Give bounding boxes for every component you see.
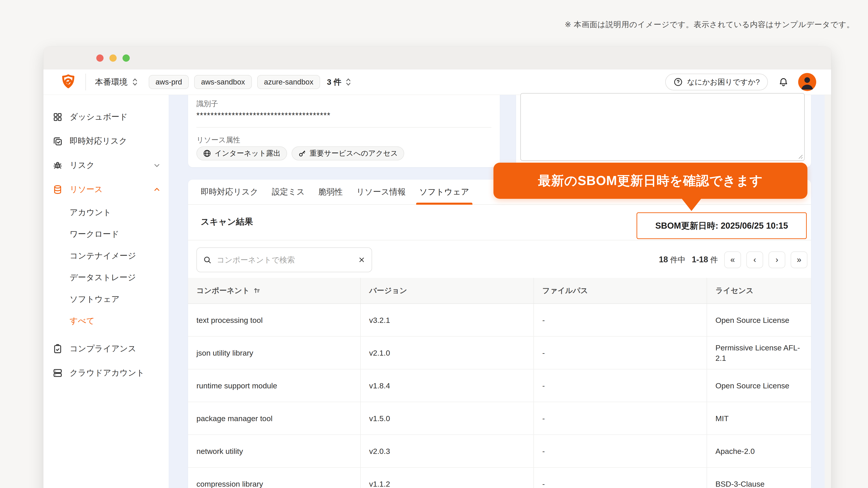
sidebar-subitem-data-storage[interactable]: データストレージ — [43, 267, 168, 288]
previous-page-button[interactable]: ‹ — [746, 252, 763, 268]
app-window: 本番環境 aws-prd aws-sandbox azure-sandbox 3… — [43, 47, 831, 488]
table-row[interactable]: network utility v2.0.3 - Apache-2.0 — [188, 435, 811, 468]
sidebar-item-label: コンプライアンス — [70, 343, 161, 354]
resource-attributes-label: リソース属性 — [196, 135, 240, 145]
tag-count-selector[interactable]: 3 件 — [327, 77, 352, 88]
cell-version: v1.5.0 — [361, 402, 534, 434]
callout-tail-pointer — [682, 198, 702, 211]
cell-component: text processing tool — [188, 304, 361, 336]
maximize-window-button[interactable] — [123, 55, 130, 62]
cell-filepath: - — [534, 369, 707, 402]
brand-shield-logo-icon — [59, 73, 77, 91]
sidebar-item-risk[interactable]: リスク — [43, 153, 168, 177]
cell-license: BSD-3-Clause — [707, 468, 811, 488]
sbom-updated-badge: SBOM更新日時: 2025/06/25 10:15 — [637, 213, 807, 239]
next-page-button[interactable]: › — [769, 252, 785, 268]
copy-check-icon — [53, 136, 63, 147]
sidebar-subitem-accounts[interactable]: アカウント — [43, 201, 168, 223]
sample-data-disclaimer: ※ 本画面は説明用のイメージです。表示されている内容はサンプルデータです。 — [565, 20, 855, 30]
last-page-button[interactable]: » — [791, 252, 807, 268]
table-row[interactable]: compression library v1.1.2 - BSD-3-Claus… — [188, 468, 811, 488]
cell-filepath: - — [534, 337, 707, 369]
clear-search-icon[interactable] — [358, 256, 366, 264]
sidebar-nav: ダッシュボード 即時対応リスク リスク — [43, 95, 168, 488]
identifier-label: 識別子 — [196, 99, 218, 109]
textarea-resize-handle[interactable] — [798, 154, 802, 159]
sidebar-spacer — [43, 332, 168, 337]
table-toolbar: 18 件中 1-18 件 « ‹ › » — [188, 240, 811, 278]
cell-version: v1.1.2 — [361, 468, 534, 488]
notifications-bell-icon[interactable] — [778, 76, 789, 88]
person-silhouette-icon — [798, 73, 816, 91]
pagination-range: 1-18 件 — [692, 255, 718, 265]
cell-filepath: - — [534, 468, 707, 488]
tab-misconfiguration[interactable]: 設定ミス — [272, 180, 305, 204]
cell-filepath: - — [534, 304, 707, 336]
memo-textarea[interactable] — [520, 93, 805, 161]
resource-detail-card: 識別子 ************************************… — [188, 95, 500, 167]
pagination: 18 件中 1-18 件 « ‹ › » — [659, 248, 807, 272]
user-avatar[interactable] — [798, 73, 816, 91]
tag-aws-prd[interactable]: aws-prd — [149, 75, 189, 89]
table-row[interactable]: runtime support module v1.8.4 - Open Sou… — [188, 369, 811, 402]
table-row[interactable]: json utility library v2.1.0 - Permissive… — [188, 337, 811, 369]
cell-license: Permissive License AFL-2.1 — [707, 337, 811, 369]
close-window-button[interactable] — [96, 55, 103, 62]
chip-internet-exposure[interactable]: インターネット露出 — [196, 147, 287, 160]
column-header-license[interactable]: ライセンス — [707, 278, 811, 303]
chevron-down-icon — [153, 161, 161, 169]
search-input[interactable] — [217, 256, 352, 264]
pagination-total: 18 件中 — [659, 255, 686, 265]
cell-license: Open Source License — [707, 369, 811, 402]
cell-component: runtime support module — [188, 369, 361, 402]
navbar-divider — [86, 74, 86, 90]
first-page-button[interactable]: « — [724, 252, 741, 268]
environment-selector[interactable]: 本番環境 — [95, 76, 139, 88]
component-search — [196, 248, 372, 272]
sidebar-item-immediate-risk[interactable]: 即時対応リスク — [43, 129, 168, 153]
tab-vulnerability[interactable]: 脆弱性 — [318, 180, 343, 204]
column-header-version[interactable]: バージョン — [361, 278, 534, 303]
memo-card — [516, 95, 811, 167]
minimize-window-button[interactable] — [110, 55, 117, 62]
cell-license: MIT — [707, 402, 811, 434]
table-row[interactable]: text processing tool v3.2.1 - Open Sourc… — [188, 304, 811, 337]
table-row[interactable]: package manager tool v1.5.0 - MIT — [188, 402, 811, 435]
callout-text: 最新のSBOM更新日時を確認できます — [538, 172, 763, 190]
cell-license: Apache-2.0 — [707, 435, 811, 467]
help-button[interactable]: なにかお困りですか? — [665, 74, 768, 90]
content-area: 識別子 ************************************… — [168, 95, 831, 488]
tab-software[interactable]: ソフトウェア — [419, 180, 469, 204]
chip-label: インターネット露出 — [215, 149, 281, 158]
cell-component: compression library — [188, 468, 361, 488]
cell-component: network utility — [188, 435, 361, 467]
software-table: コンポーネント バージョン ファイルパス ライセンス text processi… — [188, 278, 811, 488]
help-button-label: なにかお困りですか? — [687, 77, 760, 87]
sidebar-subitem-container-images[interactable]: コンテナイメージ — [43, 245, 168, 267]
tab-resource-info[interactable]: リソース情報 — [356, 180, 406, 204]
sidebar-item-label: ダッシュボード — [70, 111, 161, 123]
sidebar-item-cloud-accounts[interactable]: クラウドアカウント — [43, 361, 168, 385]
sidebar-item-dashboard[interactable]: ダッシュボード — [43, 105, 168, 129]
column-header-component[interactable]: コンポーネント — [188, 278, 361, 303]
chevron-up-icon — [153, 186, 161, 194]
sidebar-item-label: リスク — [70, 160, 153, 171]
sidebar-item-label: 即時対応リスク — [70, 135, 161, 147]
divider — [196, 127, 491, 128]
identifier-value: ************************************** — [196, 111, 331, 120]
server-stack-icon — [53, 368, 63, 378]
sidebar-subitem-all[interactable]: すべて — [43, 310, 168, 332]
sidebar-item-resources[interactable]: リソース — [43, 177, 168, 201]
tag-azure-sandbox[interactable]: azure-sandbox — [257, 75, 320, 89]
chip-critical-service-access[interactable]: 重要サービスへのアクセス — [291, 147, 404, 160]
scrollbar-track[interactable] — [825, 95, 831, 488]
column-header-filepath[interactable]: ファイルパス — [534, 278, 707, 303]
tag-aws-sandbox[interactable]: aws-sandbox — [194, 75, 252, 89]
sort-ascending-icon[interactable] — [253, 287, 261, 295]
sidebar-subitem-software[interactable]: ソフトウェア — [43, 288, 168, 310]
tab-immediate-risk[interactable]: 即時対応リスク — [201, 180, 258, 204]
sidebar-item-compliance[interactable]: コンプライアンス — [43, 337, 168, 361]
sidebar-subitem-workloads[interactable]: ワークロード — [43, 223, 168, 245]
tag-count-label: 3 件 — [327, 77, 341, 88]
sidebar-item-label: リソース — [70, 184, 153, 195]
